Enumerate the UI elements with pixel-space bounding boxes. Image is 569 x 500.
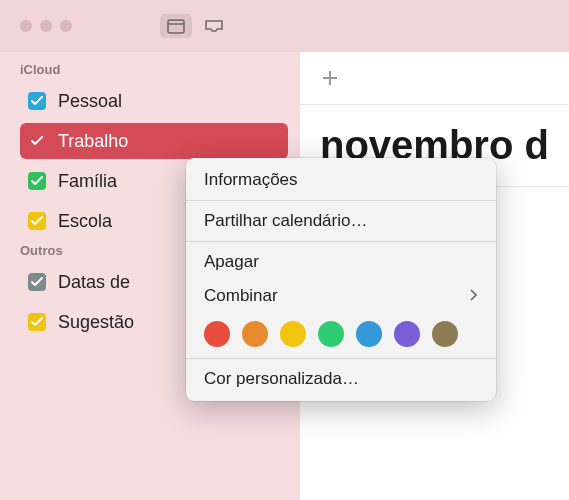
check-icon <box>31 96 43 106</box>
color-swatch[interactable] <box>280 321 306 347</box>
menu-separator <box>186 358 496 359</box>
check-icon <box>31 317 43 327</box>
calendar-label: Trabalho <box>58 131 128 152</box>
calendar-checkbox[interactable] <box>28 212 46 230</box>
menu-combine[interactable]: Combinar <box>186 279 496 313</box>
calendar-checkbox[interactable] <box>28 92 46 110</box>
calendar-view-button[interactable] <box>160 14 192 38</box>
window-controls <box>20 20 72 32</box>
plus-icon <box>320 68 340 88</box>
calendar-label: Datas de <box>58 272 130 293</box>
menu-info[interactable]: Informações <box>186 163 496 197</box>
color-swatch[interactable] <box>242 321 268 347</box>
calendar-checkbox[interactable] <box>28 132 46 150</box>
check-icon <box>31 277 43 287</box>
inbox-button[interactable] <box>198 14 230 38</box>
calendar-label: Sugestão <box>58 312 134 333</box>
menu-custom-color[interactable]: Cor personalizada… <box>186 362 496 396</box>
sidebar-section-header: iCloud <box>20 62 288 77</box>
calendar-checkbox[interactable] <box>28 273 46 291</box>
menu-separator <box>186 241 496 242</box>
color-swatch[interactable] <box>432 321 458 347</box>
color-row <box>186 313 496 355</box>
svg-rect-0 <box>168 20 184 33</box>
calendar-label: Pessoal <box>58 91 122 112</box>
color-swatch[interactable] <box>356 321 382 347</box>
context-menu: Informações Partilhar calendário… Apagar… <box>186 158 496 401</box>
titlebar <box>0 0 569 52</box>
inbox-icon <box>204 18 224 34</box>
menu-delete[interactable]: Apagar <box>186 245 496 279</box>
minimize-dot[interactable] <box>40 20 52 32</box>
toolbar <box>160 14 230 38</box>
menu-separator <box>186 200 496 201</box>
color-swatch[interactable] <box>394 321 420 347</box>
calendar-label: Escola <box>58 211 112 232</box>
calendar-checkbox[interactable] <box>28 172 46 190</box>
calendar-label: Família <box>58 171 117 192</box>
check-icon <box>31 136 43 146</box>
calendar-icon <box>167 18 185 34</box>
sidebar-calendar-item[interactable]: Pessoal <box>20 83 288 119</box>
color-swatch[interactable] <box>204 321 230 347</box>
calendar-checkbox[interactable] <box>28 313 46 331</box>
chevron-right-icon <box>470 286 478 306</box>
menu-share[interactable]: Partilhar calendário… <box>186 204 496 238</box>
sidebar-calendar-item[interactable]: Trabalho <box>20 123 288 159</box>
add-event-button[interactable] <box>316 64 344 92</box>
check-icon <box>31 176 43 186</box>
close-dot[interactable] <box>20 20 32 32</box>
color-swatch[interactable] <box>318 321 344 347</box>
zoom-dot[interactable] <box>60 20 72 32</box>
main-toolbar <box>300 52 569 104</box>
check-icon <box>31 216 43 226</box>
